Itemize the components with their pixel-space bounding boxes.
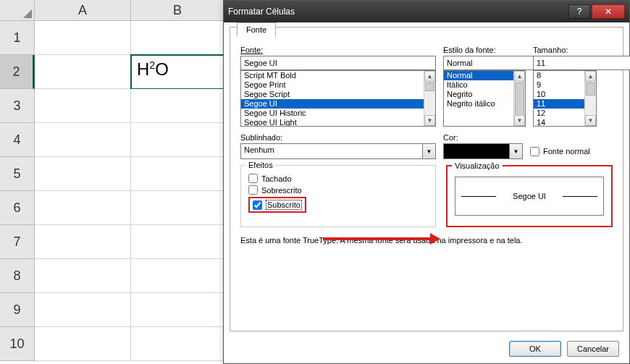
color-label: Cor: [443, 133, 613, 142]
chevron-down-icon[interactable]: ▼ [510, 143, 523, 159]
list-item[interactable]: Negrito [444, 90, 513, 99]
list-item[interactable]: Segoe Print [241, 80, 424, 90]
cell-a5[interactable] [35, 157, 131, 191]
checkbox-icon[interactable] [253, 200, 262, 210]
cell-a10[interactable] [35, 327, 131, 361]
help-icon: ? [577, 7, 582, 17]
cell-b8[interactable] [131, 259, 224, 293]
cell-b6[interactable] [131, 191, 224, 225]
close-button[interactable]: ✕ [592, 4, 625, 19]
list-item[interactable]: 11 [534, 99, 584, 109]
list-item[interactable]: 14 [534, 118, 584, 127]
underline-dropdown[interactable]: Nenhum ▼ [240, 143, 436, 159]
list-item[interactable]: 10 [534, 90, 584, 99]
scroll-down-icon[interactable]: ▼ [514, 115, 525, 126]
titlebar[interactable]: Formatar Células ? ✕ [224, 1, 629, 22]
underline-value: Nenhum [240, 143, 423, 159]
row-header-1[interactable]: 1 [0, 21, 35, 55]
chevron-down-icon[interactable]: ▼ [423, 143, 436, 159]
style-listbox[interactable]: Normal Itálico Negrito Negrito itálico ▲… [443, 70, 526, 127]
row-header-5[interactable]: 5 [0, 157, 35, 191]
subscript-checkbox[interactable]: Subscrito [253, 200, 302, 210]
annotation-arrow-icon [323, 237, 432, 240]
column-header-b[interactable]: B [131, 0, 224, 21]
scrollbar[interactable]: ▲ ▼ [584, 71, 596, 126]
scroll-thumb[interactable] [425, 82, 434, 91]
cell-b9[interactable] [131, 293, 224, 327]
cell-a8[interactable] [35, 259, 131, 293]
strike-checkbox[interactable]: Tachado [248, 174, 428, 183]
column-header-a[interactable]: A [35, 0, 131, 21]
cell-a6[interactable] [35, 191, 131, 225]
list-item[interactable]: 8 [534, 71, 584, 80]
cell-a9[interactable] [35, 293, 131, 327]
effects-group: Efeitos Tachado Sobrescrito Subscrito [240, 165, 436, 227]
scrollbar[interactable]: ▲ ▼ [424, 71, 435, 126]
cell-b3[interactable] [131, 89, 224, 123]
size-label: Tamanho: [533, 46, 597, 54]
list-item[interactable]: Segoe UI Light [241, 118, 424, 127]
ok-button[interactable]: OK [509, 341, 561, 357]
highlight-subscript: Subscrito [248, 197, 306, 213]
cell-b5[interactable] [131, 157, 224, 191]
size-listbox[interactable]: 8 9 10 11 12 14 ▲ ▼ [533, 70, 597, 127]
scroll-down-icon[interactable]: ▼ [424, 115, 435, 126]
list-item[interactable]: 9 [534, 80, 584, 90]
scroll-thumb[interactable] [586, 82, 595, 96]
cell-b1[interactable] [131, 21, 224, 55]
scroll-up-icon[interactable]: ▲ [514, 71, 525, 82]
dialog-footer: OK Cancelar [224, 334, 629, 363]
normal-font-checkbox[interactable]: Fonte normal [530, 147, 590, 156]
cell-a2[interactable] [35, 55, 131, 89]
row-header-7[interactable]: 7 [0, 225, 35, 259]
scroll-up-icon[interactable]: ▲ [585, 71, 596, 82]
row-header-2[interactable]: 2 [0, 55, 35, 89]
cell-a3[interactable] [35, 89, 131, 123]
checkbox-icon[interactable] [248, 174, 258, 183]
preview-text: Segoe UI [513, 192, 546, 200]
size-input[interactable] [533, 56, 630, 70]
font-label: Fonte: [240, 46, 436, 54]
select-all-corner[interactable] [0, 0, 35, 21]
scroll-up-icon[interactable]: ▲ [424, 71, 435, 82]
cell-a7[interactable] [35, 225, 131, 259]
font-listbox[interactable]: Script MT Bold Segoe Print Segoe Script … [240, 70, 436, 127]
checkbox-icon[interactable] [248, 185, 258, 195]
checkbox-icon[interactable] [530, 147, 539, 156]
font-input[interactable] [240, 56, 436, 70]
list-item[interactable]: Segoe UI [241, 99, 424, 109]
preview-line-icon [563, 196, 597, 197]
list-item[interactable]: Script MT Bold [241, 71, 424, 80]
dialog-title: Formatar Células [228, 7, 567, 17]
list-item[interactable]: Normal [444, 71, 513, 80]
superscript-checkbox[interactable]: Sobrescrito [248, 185, 428, 195]
list-item[interactable]: Negrito itálico [444, 99, 513, 109]
cancel-button[interactable]: Cancelar [567, 341, 619, 357]
row-header-4[interactable]: 4 [0, 123, 35, 157]
preview-box: Segoe UI [455, 177, 604, 216]
cell-a1[interactable] [35, 21, 131, 55]
preview-group: Visualização Segoe UI [446, 165, 613, 227]
row-header-8[interactable]: 8 [0, 259, 35, 293]
list-item[interactable]: Segoe UI Historic [241, 109, 424, 118]
list-item[interactable]: Itálico [444, 80, 513, 90]
cell-b2-content: H2O [131, 55, 224, 84]
scroll-down-icon[interactable]: ▼ [585, 115, 596, 126]
cell-b7[interactable] [131, 225, 224, 259]
scrollbar[interactable]: ▲ ▼ [513, 71, 525, 126]
row-header-3[interactable]: 3 [0, 89, 35, 123]
help-button[interactable]: ? [568, 4, 590, 19]
cell-b10[interactable] [131, 327, 224, 361]
scroll-thumb[interactable] [515, 82, 524, 116]
cell-a4[interactable] [35, 123, 131, 157]
tab-font[interactable]: Fonte [237, 22, 276, 37]
color-dropdown[interactable]: ▼ [443, 143, 523, 159]
cell-b4[interactable] [131, 123, 224, 157]
row-header-10[interactable]: 10 [0, 327, 35, 361]
close-icon: ✕ [605, 7, 612, 17]
list-item[interactable]: 12 [534, 109, 584, 118]
list-item[interactable]: Segoe Script [241, 90, 424, 99]
row-header-6[interactable]: 6 [0, 191, 35, 225]
cell-b2[interactable]: H2O [131, 55, 224, 89]
row-header-9[interactable]: 9 [0, 293, 35, 327]
